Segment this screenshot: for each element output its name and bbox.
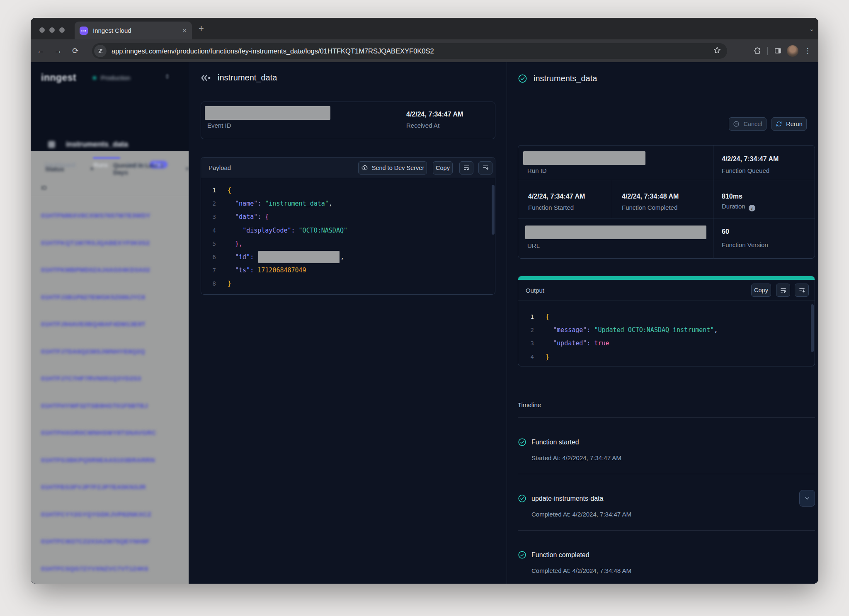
code-line: 3 "updated": true — [523, 337, 808, 350]
bookmark-star-icon[interactable] — [713, 46, 721, 56]
extensions-puzzle-icon[interactable] — [750, 47, 765, 55]
function-square-icon — [48, 141, 55, 148]
function-version-value: 60 — [722, 228, 729, 235]
cancel-circle-icon — [733, 121, 740, 127]
tab-title: Inngest Cloud — [93, 27, 179, 34]
rerun-button[interactable]: Rerun — [771, 117, 807, 131]
new-tab-button[interactable]: + — [199, 24, 204, 33]
list-divider — [31, 196, 189, 196]
profile-avatar[interactable] — [785, 45, 800, 57]
line-number: 1 — [523, 313, 534, 320]
send-to-dev-server-button[interactable]: Send to Dev Server — [358, 161, 427, 175]
run-id-item[interactable]: 01HTFJ7C7HF7RVN051Q3YD2S3 — [41, 365, 189, 392]
redacted-run-id — [523, 151, 645, 165]
output-scrollbar[interactable] — [811, 304, 814, 352]
run-id-item[interactable]: 01HTFKQT1M7RSJQABEXYF0K0S2 — [41, 229, 189, 257]
address-bar[interactable]: app.inngest.com/env/production/functions… — [92, 43, 727, 59]
run-id-item[interactable]: 01HTFJ94AVE0BQ48AF4DM13E9T — [41, 310, 189, 338]
timeline-section: Timeline Function startedStarted At: 4/2… — [518, 401, 815, 584]
word-wrap-icon[interactable] — [776, 284, 790, 297]
check-circle-icon — [518, 494, 526, 503]
sidebar: inngest Production instruments_data Dash… — [31, 62, 189, 584]
run-id-item[interactable]: 01HTFJ3B1P827EWGK5Z086JYC8 — [41, 284, 189, 311]
tab-search-chevron-icon[interactable]: ⌄ — [809, 25, 814, 33]
check-circle-icon — [518, 551, 526, 559]
code-line: 1{ — [523, 310, 808, 323]
code-line: 3 "data": { — [205, 210, 487, 223]
browser-tab[interactable]: Inngest Cloud ✕ — [75, 22, 192, 39]
queued-filter[interactable]: Queued in Last 3 Days — [113, 162, 175, 176]
run-details-card: Run ID 4/2/24, 7:34:47 AM Function Queue… — [518, 145, 815, 259]
timeline-item-timestamp: Completed At: 4/2/2024, 7:34:48 AM — [531, 567, 815, 574]
run-id-item[interactable]: 01HTFEG3FVJP7FZJP7EA5KN3JR — [41, 473, 189, 501]
function-title-row: instruments_data — [48, 140, 128, 149]
run-id-item[interactable]: 01HTFG3BKPQ5R9EAA5103BRARRN — [41, 446, 189, 474]
function-version-label: Function Version — [722, 241, 768, 248]
run-id-item[interactable]: 01HTFN86XV8CXWS7657W7E3WDY — [41, 202, 189, 229]
timeline-item: Function completedCompleted At: 4/2/2024… — [518, 531, 815, 584]
received-at-label: Received At — [406, 122, 439, 129]
function-queued-label: Function Queued — [722, 167, 769, 174]
browser-menu-icon[interactable]: ⋮ — [800, 46, 815, 55]
environment-switcher[interactable]: Production — [93, 74, 131, 81]
line-number: 2 — [523, 327, 534, 333]
site-settings-icon[interactable] — [94, 45, 107, 57]
copy-output-button[interactable]: Copy — [751, 284, 771, 297]
run-id-item[interactable]: 01HTFJ7DA6Q238SJWNHYE8Q2Q — [41, 338, 189, 365]
event-panel: instrument_data Event ID 4/2/24, 7:34:47… — [189, 62, 507, 584]
expand-step-button[interactable] — [799, 490, 815, 507]
toolbar-divider — [767, 47, 768, 55]
run-id-item[interactable]: 01HTFCYY2GYQYGDKJVP82NKXCZ — [41, 501, 189, 528]
function-completed-label: Function Completed — [622, 204, 677, 211]
run-id-item[interactable]: 01HTFCW27CZ2X3AZM75QEYNH8F — [41, 528, 189, 555]
run-id-item[interactable]: 01HTFHYWF32TSB9HGT01F5BTBJ — [41, 392, 189, 420]
refresh-icon[interactable]: ⟳ — [70, 46, 81, 56]
event-id-label: Event ID — [207, 122, 231, 129]
code-line: 5 }, — [205, 237, 487, 250]
active-tab-underline — [93, 157, 120, 159]
traffic-light-minimize[interactable] — [49, 27, 55, 33]
copy-payload-button[interactable]: Copy — [433, 161, 453, 175]
traffic-light-close[interactable] — [39, 27, 45, 33]
run-id-item[interactable]: 01HTFCR9KAPQP0R8PZK3MQNMXB — [41, 582, 189, 584]
function-started-value: 4/2/24, 7:34:47 AM — [528, 193, 585, 200]
scroll-to-bottom-icon[interactable] — [795, 284, 809, 297]
browser-tabstrip: Inngest Cloud ✕ + ⌄ — [31, 18, 818, 39]
timeline-item: update-instruments-dataCompleted At: 4/2… — [518, 474, 815, 531]
event-title: instrument_data — [218, 73, 277, 82]
run-id-item[interactable]: 01HTFHXGR0CWNHSWY8TSNAVGRC — [41, 419, 189, 446]
chevron-down-icon: ▾ — [91, 166, 93, 172]
function-queued-value: 4/2/24, 7:34:47 AM — [722, 155, 779, 163]
close-tab-icon[interactable]: ✕ — [182, 27, 187, 34]
traffic-light-zoom[interactable] — [59, 27, 65, 33]
event-icon — [201, 74, 211, 82]
environment-name: Production — [101, 74, 131, 81]
scroll-to-bottom-icon[interactable] — [478, 161, 492, 175]
timeline-item-title: update-instruments-data — [531, 495, 603, 502]
redacted-url — [525, 226, 706, 239]
environment-status-dot — [93, 76, 96, 80]
back-icon[interactable]: ← — [35, 46, 46, 56]
run-id-item[interactable]: 01HTFKMBPMD0ZAJ4AG04KD3A02 — [41, 256, 189, 284]
redacted-value — [258, 251, 340, 263]
cancel-button[interactable]: Cancel — [729, 117, 767, 131]
duration-value: 810ms — [722, 193, 742, 200]
status-filter[interactable]: Status — [45, 165, 64, 172]
timeline-heading: Timeline — [518, 401, 815, 418]
side-panel-icon[interactable] — [770, 47, 785, 55]
forward-icon[interactable]: → — [52, 46, 64, 56]
environment-unfold-icon[interactable] — [164, 73, 170, 81]
browser-window: Inngest Cloud ✕ + ⌄ ← → ⟳ app.inngest.co… — [31, 18, 818, 584]
code-line: 2 "name": "instrument_data", — [205, 197, 487, 210]
line-number: 4 — [205, 227, 216, 234]
info-icon[interactable]: i — [749, 205, 755, 211]
code-line: 8} — [205, 277, 487, 290]
check-circle-icon — [518, 74, 527, 83]
rerun-sync-icon — [776, 121, 782, 127]
run-id-item[interactable]: 01HTFCSQG7ZYVXNZVC7VT1Z4K6 — [41, 555, 189, 582]
timeline-item-timestamp: Started At: 4/2/2024, 7:34:47 AM — [531, 454, 815, 461]
id-column-header: ID — [41, 184, 47, 191]
word-wrap-icon[interactable] — [459, 161, 473, 175]
payload-scrollbar[interactable] — [492, 185, 495, 235]
url-label: URL — [527, 242, 540, 249]
